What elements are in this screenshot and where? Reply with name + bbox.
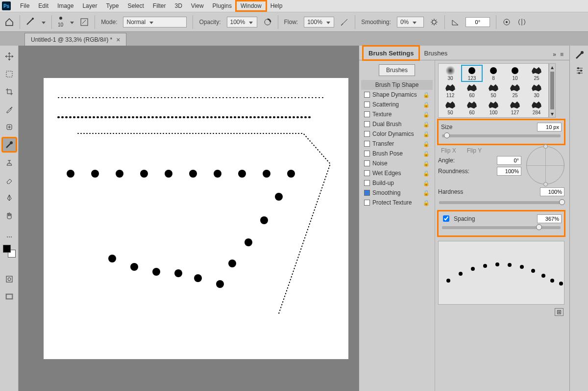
color-swatch[interactable] xyxy=(3,245,16,258)
pen-tool[interactable] xyxy=(2,191,16,205)
size-slider[interactable] xyxy=(442,134,561,137)
brush-tip-284[interactable]: 284 xyxy=(527,100,546,115)
menu-type[interactable]: Type xyxy=(101,1,123,11)
brush-option-build-up[interactable]: Build-up🔒 xyxy=(361,178,433,188)
marquee-tool[interactable] xyxy=(2,67,16,81)
angle-input[interactable] xyxy=(466,17,490,27)
smoothing-input[interactable]: 0% xyxy=(397,17,424,27)
clone-stamp-tool[interactable] xyxy=(2,156,16,169)
brush-tip-25[interactable]: 25 xyxy=(505,83,525,98)
opacity-input[interactable]: 100% xyxy=(227,17,257,27)
hardness-slider[interactable] xyxy=(439,201,564,204)
brush-tip-60[interactable]: 60 xyxy=(462,83,482,98)
menu-edit[interactable]: Edit xyxy=(34,1,53,11)
brush-option-scattering[interactable]: Scattering🔒 xyxy=(361,100,433,109)
tab-brush-settings[interactable]: Brush Settings xyxy=(363,46,419,60)
eyedropper-tool[interactable] xyxy=(2,103,16,116)
menu-view[interactable]: View xyxy=(187,1,208,11)
hand-tool[interactable] xyxy=(2,209,16,222)
brush-option-brush-tip-shape[interactable]: Brush Tip Shape xyxy=(361,80,433,90)
brush-option-shape-dynamics[interactable]: Shape Dynamics🔒 xyxy=(361,90,433,100)
flow-input[interactable]: 100% xyxy=(304,17,334,27)
menu-layer[interactable]: Layer xyxy=(78,1,101,11)
new-preset-icon[interactable]: ⊞ xyxy=(555,308,564,316)
menu-select[interactable]: Select xyxy=(123,1,148,11)
brush-panel-toggle-icon[interactable] xyxy=(80,18,89,26)
brush-option-transfer[interactable]: Transfer🔒 xyxy=(361,139,433,149)
angle-wheel[interactable] xyxy=(526,146,564,184)
pressure-opacity-icon[interactable] xyxy=(263,18,272,26)
crop-tool[interactable] xyxy=(2,85,16,99)
brush-tip-10[interactable]: 10 xyxy=(505,66,525,81)
brushes-button[interactable]: Brushes xyxy=(379,64,415,76)
menu-help[interactable]: Help xyxy=(266,1,287,11)
home-icon[interactable] xyxy=(5,18,14,26)
brush-preview-mini[interactable]: 10 xyxy=(58,17,63,27)
airbrush-icon[interactable] xyxy=(340,18,349,26)
brush-tip-112[interactable]: 112 xyxy=(441,83,460,98)
brush-option-dual-brush[interactable]: Dual Brush🔒 xyxy=(361,119,433,129)
spacing-input[interactable] xyxy=(537,214,562,223)
eraser-tool[interactable] xyxy=(2,173,16,187)
brush-option-brush-pose[interactable]: Brush Pose🔒 xyxy=(361,149,433,158)
close-tab-icon[interactable]: × xyxy=(116,36,120,44)
svg-point-41 xyxy=(495,262,499,266)
brush-option-smoothing[interactable]: Smoothing🔒 xyxy=(361,188,433,198)
brush-tip-grid[interactable]: 3012381025112605025305060100127284 xyxy=(438,63,549,118)
more-tools-icon[interactable]: ⋯ xyxy=(2,233,16,241)
svg-point-23 xyxy=(214,170,221,178)
lock-icon: 🔒 xyxy=(423,190,430,196)
brush-panel-icon[interactable] xyxy=(575,51,584,59)
tool-preset-dropdown[interactable] xyxy=(41,19,46,26)
menu-3d[interactable]: 3D xyxy=(170,1,186,11)
menu-file[interactable]: File xyxy=(16,1,34,11)
brush-tip-50[interactable]: 50 xyxy=(441,100,460,115)
brush-option-texture[interactable]: Texture🔒 xyxy=(361,109,433,119)
pressure-size-icon[interactable] xyxy=(502,18,511,26)
symmetry-icon[interactable] xyxy=(517,18,526,26)
roundness-label: Roundness: xyxy=(438,168,469,175)
screenmode-icon[interactable] xyxy=(2,290,16,304)
menu-filter[interactable]: Filter xyxy=(148,1,171,11)
brush-tip-123[interactable]: 123 xyxy=(462,66,482,81)
brush-option-noise[interactable]: Noise🔒 xyxy=(361,158,433,168)
brush-tip-127[interactable]: 127 xyxy=(505,100,525,115)
panel-tabs: Brush Settings Brushes » ≡ xyxy=(359,46,569,60)
brush-tip-50[interactable]: 50 xyxy=(484,83,503,98)
brush-tip-30[interactable]: 30 xyxy=(441,66,460,81)
menu-plugins[interactable]: Plugins xyxy=(208,1,236,11)
hardness-input[interactable] xyxy=(540,187,564,196)
roundness-input[interactable] xyxy=(497,167,521,176)
canvas[interactable] xyxy=(44,78,348,359)
move-tool[interactable] xyxy=(2,50,16,63)
brush-tip-25[interactable]: 25 xyxy=(527,66,546,81)
tab-brushes[interactable]: Brushes xyxy=(419,47,452,60)
brush-preset-dropdown[interactable] xyxy=(69,19,74,26)
panel-menu-icon[interactable]: ≡ xyxy=(558,49,565,60)
tipgrid-scrollbar[interactable]: ▴▾ xyxy=(549,63,556,118)
lock-icon: 🔒 xyxy=(423,102,430,108)
smoothing-gear-icon[interactable] xyxy=(430,18,439,26)
quickmask-icon[interactable] xyxy=(2,272,16,286)
panel-collapse-icon[interactable]: » xyxy=(551,49,558,60)
brush-angle-input[interactable] xyxy=(497,156,521,165)
mode-select[interactable]: Normal xyxy=(123,17,187,27)
adjustments-panel-icon[interactable] xyxy=(575,66,584,75)
brush-option-wet-edges[interactable]: Wet Edges🔒 xyxy=(361,168,433,178)
brush-tip-30[interactable]: 30 xyxy=(527,83,546,98)
brush-tip-8[interactable]: 8 xyxy=(484,66,503,81)
healing-tool[interactable] xyxy=(2,120,16,134)
lock-icon: 🔒 xyxy=(423,151,430,157)
menu-image[interactable]: Image xyxy=(53,1,78,11)
document-tab[interactable]: Untitled-1 @ 33,3% (RGB/8#) * × xyxy=(24,33,126,46)
menu-window[interactable]: Window xyxy=(236,1,266,11)
spacing-slider[interactable] xyxy=(442,226,561,229)
brush-option-color-dynamics[interactable]: Color Dynamics🔒 xyxy=(361,129,433,139)
spacing-checkbox[interactable] xyxy=(443,215,449,222)
brush-tip-60[interactable]: 60 xyxy=(462,100,482,115)
size-input[interactable] xyxy=(537,123,562,131)
brush-tip-100[interactable]: 100 xyxy=(484,100,503,115)
brush-option-protect-texture[interactable]: Protect Texture🔒 xyxy=(361,198,433,208)
brush-tool[interactable] xyxy=(2,138,16,152)
tool-preset-icon[interactable] xyxy=(26,18,35,26)
